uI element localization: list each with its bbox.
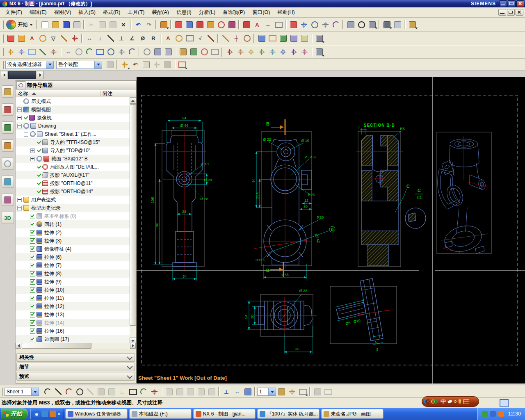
tree-item[interactable]: 局部放大图 "DETAIL... bbox=[16, 163, 130, 171]
edit-objects-icon[interactable] bbox=[407, 19, 418, 30]
horizontal-dim-icon[interactable]: ↔ bbox=[84, 33, 95, 44]
isometric-view[interactable] bbox=[437, 132, 491, 256]
control-point-snap-icon[interactable] bbox=[246, 47, 256, 57]
tree-item[interactable]: 投影 "ORTHO@11" bbox=[16, 179, 130, 187]
selection-filter-combo[interactable]: 没有选择过滤器 bbox=[5, 61, 54, 69]
tree-item[interactable]: 截面 "SX@12" B bbox=[16, 155, 130, 163]
menu-item-9[interactable]: 首选项(P) bbox=[219, 8, 249, 17]
note-annotation-icon[interactable]: A bbox=[163, 33, 173, 44]
profile-icon[interactable] bbox=[42, 386, 53, 397]
point-constructor-icon[interactable] bbox=[16, 47, 27, 57]
ime-punctuation-icon[interactable] bbox=[454, 400, 457, 403]
arc-center-snap-icon[interactable] bbox=[267, 47, 278, 57]
show-hide-icon[interactable] bbox=[199, 47, 210, 57]
tree-item[interactable]: 导入的 "TOP@10" bbox=[16, 146, 130, 155]
section-0[interactable]: 相关性 bbox=[16, 353, 135, 362]
tree-vertical-scrollbar[interactable] bbox=[130, 97, 136, 344]
projected-view-icon[interactable] bbox=[205, 19, 216, 30]
point-on-curve-snap-icon[interactable] bbox=[299, 47, 310, 57]
feature-checkbox[interactable] bbox=[30, 312, 35, 317]
new-part-icon[interactable] bbox=[39, 19, 50, 30]
tree-item[interactable]: 导入的 "TFR-ISO@15" bbox=[16, 138, 130, 146]
rectangle-icon[interactable] bbox=[128, 386, 138, 397]
auto-dimension-icon[interactable]: ↔ bbox=[232, 386, 242, 397]
feature-checkbox[interactable] bbox=[30, 263, 35, 268]
mdi-minimize-button[interactable] bbox=[498, 9, 506, 16]
ime-mode-chinese[interactable]: 中 bbox=[441, 398, 446, 405]
tree-item[interactable]: 拉伸 (2) bbox=[16, 228, 130, 237]
system-materials-icon[interactable] bbox=[2, 176, 14, 188]
fit-view-icon[interactable] bbox=[299, 19, 309, 30]
expand-toggle[interactable] bbox=[17, 124, 22, 128]
table-icon[interactable] bbox=[241, 19, 252, 30]
tree-item[interactable]: 基准坐标系 (0) bbox=[16, 212, 130, 220]
center-mark-icon[interactable] bbox=[69, 33, 80, 44]
expand-toggle[interactable] bbox=[17, 198, 22, 202]
combo-dropdown-button[interactable] bbox=[46, 61, 53, 68]
crosshatch-icon[interactable] bbox=[220, 33, 231, 44]
toolbar-grip[interactable] bbox=[2, 21, 4, 29]
tree-item[interactable]: 用户表达式 bbox=[16, 196, 130, 204]
fcf-frame-icon[interactable] bbox=[184, 33, 195, 44]
base-view-icon[interactable] bbox=[194, 19, 205, 30]
tab-back-button[interactable] bbox=[1, 71, 7, 79]
endpoint-snap-icon[interactable] bbox=[224, 47, 235, 57]
constraints-icon[interactable]: ⊥ bbox=[221, 386, 232, 397]
ime-candidate-icon[interactable] bbox=[459, 399, 461, 404]
toolbar-grip[interactable] bbox=[2, 48, 4, 56]
menu-item-6[interactable]: 装配(A) bbox=[148, 8, 173, 17]
marquee-select-icon[interactable] bbox=[177, 59, 187, 70]
new-sheet-icon[interactable] bbox=[173, 19, 184, 30]
align-view-icon[interactable] bbox=[288, 33, 299, 44]
menu-item-8[interactable]: 分析(L) bbox=[195, 8, 219, 17]
tree-item[interactable]: 模型历史记录 bbox=[16, 204, 130, 212]
scale-combo[interactable]: 1 bbox=[257, 388, 276, 396]
snap-point-icon[interactable] bbox=[5, 47, 16, 57]
constraint-navigator-icon[interactable] bbox=[2, 103, 14, 116]
diameter-dim-icon[interactable]: Ø bbox=[137, 33, 148, 44]
window-icon[interactable] bbox=[288, 19, 299, 30]
middle-view[interactable]: B B 94 25.6 Ø 22 Ø 10 Ø 34.9 R25 12 26 R… bbox=[251, 119, 335, 279]
csys-icon[interactable] bbox=[48, 47, 59, 57]
feature-checkbox[interactable] bbox=[30, 320, 35, 326]
menu-item-2[interactable]: 视图(V) bbox=[50, 8, 75, 17]
ime-toolbar[interactable]: 中 bbox=[422, 396, 479, 407]
feature-checkbox[interactable] bbox=[30, 329, 35, 334]
tree-item[interactable]: Sheet "Sheet 1" (工作... bbox=[16, 130, 130, 138]
taskbar-button-2[interactable]: NX 6 - 制图 - [jian... bbox=[193, 409, 256, 419]
start-menu-button[interactable]: 开始 bbox=[5, 19, 35, 30]
top-view[interactable]: Ø 22 54 30 36 bbox=[244, 289, 317, 354]
surface-finish-icon[interactable]: √ bbox=[195, 33, 205, 44]
section-2[interactable]: 预览 bbox=[16, 372, 135, 381]
background-icon[interactable] bbox=[381, 19, 392, 30]
screen-toggle-icon[interactable] bbox=[500, 399, 509, 407]
menu-item-1[interactable]: 编辑(E) bbox=[26, 8, 50, 17]
column-note[interactable]: 附注 bbox=[103, 90, 112, 97]
auxiliary-view[interactable]: Ø6 Ø10 5 9 bbox=[330, 278, 397, 352]
toolbar-grip[interactable] bbox=[1, 388, 3, 396]
sheet-selector-combo[interactable]: Sheet 1 bbox=[5, 388, 39, 396]
zoom-in-icon[interactable] bbox=[105, 47, 116, 57]
layer-settings-icon[interactable] bbox=[178, 47, 188, 57]
mdi-restore-button[interactable] bbox=[507, 9, 515, 16]
expand-toggle[interactable] bbox=[24, 132, 28, 137]
tree-item[interactable]: 拉伸 (16) bbox=[16, 327, 130, 335]
vertical-dim-icon[interactable]: ↕ bbox=[95, 33, 105, 44]
radius-dim-icon[interactable]: R bbox=[148, 33, 159, 44]
wireframe-icon[interactable] bbox=[142, 47, 152, 57]
layer-icon[interactable] bbox=[276, 386, 287, 397]
section-view[interactable]: SECTION B-B 5 R5 C C 2:1 bbox=[356, 123, 426, 267]
menu-item-5[interactable]: 工具(T) bbox=[124, 8, 148, 17]
bolt-circle-icon[interactable] bbox=[242, 33, 252, 44]
pan-view-icon[interactable] bbox=[116, 47, 127, 57]
zoom-icon[interactable] bbox=[309, 19, 320, 30]
combo-dropdown-button[interactable] bbox=[31, 388, 39, 395]
tree-item[interactable]: 投影 "AUXIL@17" bbox=[16, 171, 130, 179]
sort-ascending-icon[interactable] bbox=[32, 92, 36, 95]
tree-item[interactable]: 拉伸 (13) bbox=[16, 310, 130, 319]
object-display-icon[interactable] bbox=[188, 47, 199, 57]
expand-toggle[interactable] bbox=[30, 157, 35, 161]
view-wizard-icon[interactable] bbox=[184, 19, 194, 30]
pin-icon[interactable] bbox=[16, 81, 25, 89]
column-name[interactable]: 名称 bbox=[16, 90, 28, 97]
